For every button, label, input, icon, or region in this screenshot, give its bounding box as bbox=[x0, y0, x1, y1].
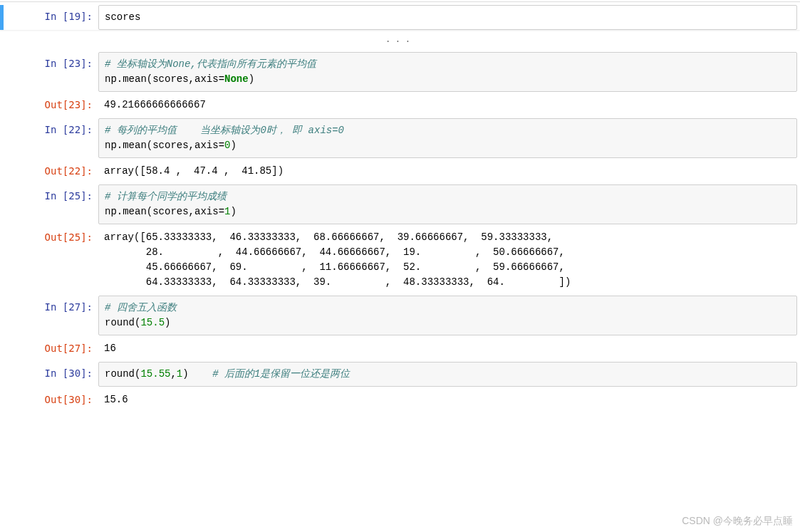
code-input-19[interactable]: scores bbox=[98, 5, 797, 30]
code-prefix: np.mean(scores,axis= bbox=[105, 140, 224, 151]
cell-27-in[interactable]: In [27]: # 四舍五入函数 round(15.5) bbox=[0, 296, 800, 335]
out-prompt-23: Out[23]: bbox=[0, 93, 98, 117]
cell-27-out: Out[27]: 16 bbox=[0, 337, 800, 360]
sep: , bbox=[170, 368, 176, 380]
cell-22-out: Out[22]: array([58.4 , 47.4 , 41.85]) bbox=[0, 160, 800, 183]
out-prompt-25: Out[25]: bbox=[0, 226, 98, 294]
code-input-25[interactable]: # 计算每个同学的平均成绩 np.mean(scores,axis=1) bbox=[98, 184, 797, 224]
in-prompt-25: In [25]: bbox=[0, 184, 98, 224]
code-text: scores bbox=[105, 11, 140, 23]
code-suffix: ) bbox=[249, 73, 254, 85]
cell-25-out: Out[25]: array([65.33333333, 46.33333333… bbox=[0, 226, 800, 294]
cell-30-in[interactable]: In [30]: round(15.55,1) # 后面的1是保留一位还是两位 bbox=[0, 362, 800, 387]
output-22: array([58.4 , 47.4 , 41.85]) bbox=[98, 160, 797, 183]
number-literal: 1 bbox=[177, 368, 182, 380]
top-divider bbox=[0, 1, 800, 2]
code-input-23[interactable]: # 坐标轴设为None,代表指向所有元素的平均值 np.mean(scores,… bbox=[98, 52, 797, 92]
out-prompt-27: Out[27]: bbox=[0, 337, 98, 360]
code-suffix: ) bbox=[165, 317, 170, 328]
code-input-30[interactable]: round(15.55,1) # 后面的1是保留一位还是两位 bbox=[98, 362, 797, 387]
output-23: 49.21666666666667 bbox=[98, 93, 797, 117]
code-suffix: ) bbox=[230, 206, 236, 217]
code-input-27[interactable]: # 四舍五入函数 round(15.5) bbox=[98, 296, 797, 335]
in-prompt-19: In [19]: bbox=[4, 5, 98, 30]
output-25: array([65.33333333, 46.33333333, 68.6666… bbox=[98, 226, 797, 294]
code-prefix: round( bbox=[105, 317, 140, 328]
code-input-22[interactable]: # 每列的平均值 当坐标轴设为0时， 即 axis=0 np.mean(scor… bbox=[98, 118, 797, 158]
output-30: 15.6 bbox=[98, 388, 797, 412]
number-literal: 15.55 bbox=[140, 368, 170, 380]
output-27: 16 bbox=[98, 337, 797, 360]
comment: # 四舍五入函数 bbox=[105, 302, 177, 313]
cell-23-in[interactable]: In [23]: # 坐标轴设为None,代表指向所有元素的平均值 np.mea… bbox=[0, 52, 800, 92]
cell-22-in[interactable]: In [22]: # 每列的平均值 当坐标轴设为0时， 即 axis=0 np.… bbox=[0, 118, 800, 158]
code-prefix: round( bbox=[105, 368, 140, 380]
comment: # 每列的平均值 当坐标轴设为0时， 即 axis=0 bbox=[105, 125, 344, 136]
in-prompt-22: In [22]: bbox=[0, 118, 98, 158]
code-suffix: ) bbox=[230, 140, 236, 151]
in-prompt-30: In [30]: bbox=[0, 362, 98, 387]
comment: # 后面的1是保留一位还是两位 bbox=[212, 368, 350, 380]
code-prefix: np.mean(scores,axis= bbox=[105, 73, 224, 85]
in-prompt-23: In [23]: bbox=[0, 52, 98, 92]
out-prompt-22: Out[22]: bbox=[0, 160, 98, 183]
comment: # 坐标轴设为None,代表指向所有元素的平均值 bbox=[105, 58, 316, 70]
in-prompt-27: In [27]: bbox=[0, 296, 98, 335]
comment: # 计算每个同学的平均成绩 bbox=[105, 191, 227, 202]
cell-30-out: Out[30]: 15.6 bbox=[0, 388, 800, 412]
code-prefix: np.mean(scores,axis= bbox=[105, 206, 224, 217]
collapsed-output-19[interactable]: ... bbox=[0, 31, 800, 52]
none-literal: None bbox=[224, 73, 249, 85]
cell-25-in[interactable]: In [25]: # 计算每个同学的平均成绩 np.mean(scores,ax… bbox=[0, 184, 800, 224]
number-literal: 15.5 bbox=[140, 317, 165, 328]
cell-19[interactable]: In [19]: scores bbox=[0, 5, 800, 30]
out-prompt-30: Out[30]: bbox=[0, 388, 98, 412]
code-suffix: ) bbox=[182, 368, 212, 380]
cell-23-out: Out[23]: 49.21666666666667 bbox=[0, 93, 800, 117]
notebook: In [19]: scores ... In [23]: # 坐标轴设为None… bbox=[0, 0, 800, 412]
